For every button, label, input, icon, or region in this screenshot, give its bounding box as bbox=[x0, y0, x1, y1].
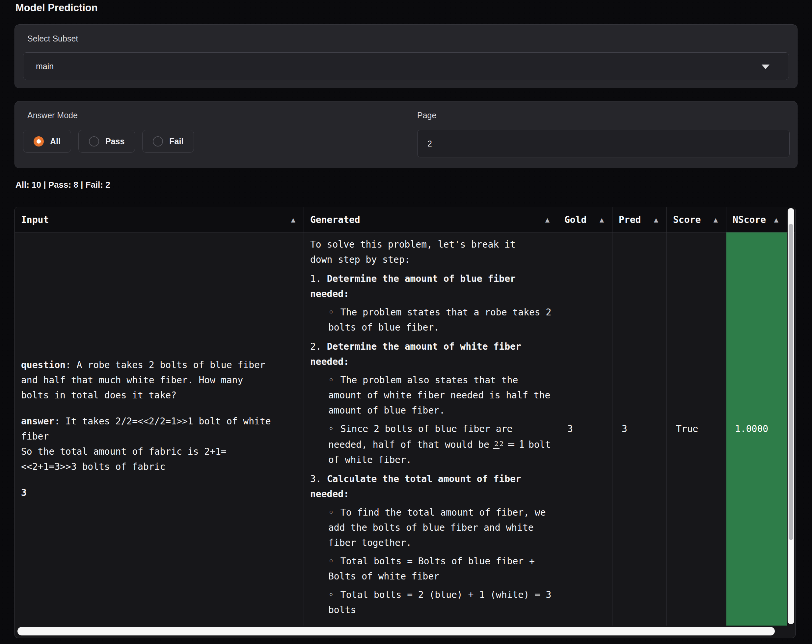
sort-asc-icon[interactable]: ▲ bbox=[714, 216, 718, 224]
step-3-bullets: ◦To find the total amount of fiber, we a… bbox=[310, 505, 551, 618]
column-header-generated[interactable]: Generated▲ bbox=[304, 207, 558, 232]
column-header-input[interactable]: Input▲ bbox=[15, 207, 304, 232]
bullet-item: ◦The problem also states that the amount… bbox=[328, 373, 551, 418]
question-label: question bbox=[21, 360, 66, 371]
stats-summary: All: 10 | Pass: 8 | Fail: 2 bbox=[15, 180, 110, 190]
cell-pred: 3 bbox=[612, 232, 667, 626]
step-number: 2. bbox=[310, 341, 321, 352]
column-header-label: Input bbox=[21, 214, 49, 225]
bullet-marker-icon: ◦ bbox=[328, 307, 334, 318]
column-header-label: Score bbox=[673, 214, 701, 225]
pred-value: 3 bbox=[622, 421, 627, 436]
column-header-nscore[interactable]: NScore▲ bbox=[727, 207, 787, 232]
step-heading: Calculate the total amount of fiber need… bbox=[310, 473, 521, 499]
step-heading: Determine the amount of blue fiber neede… bbox=[310, 273, 516, 299]
column-header-label: Generated bbox=[310, 214, 360, 225]
cell-gold: 3 bbox=[558, 232, 612, 626]
column-header-score[interactable]: Score▲ bbox=[667, 207, 727, 232]
subset-dropdown[interactable]: main bbox=[23, 52, 789, 80]
page-input[interactable]: 2 bbox=[417, 130, 790, 157]
dropdown-arrow-icon[interactable] bbox=[762, 64, 769, 69]
subset-dropdown-value: main bbox=[36, 61, 54, 71]
subset-label: Select Subset bbox=[27, 34, 78, 43]
bullet-item: ◦The problem states that a robe takes 2 … bbox=[328, 305, 551, 335]
bullet-text: The problem states that a robe takes 2 b… bbox=[328, 307, 551, 333]
nscore-value: 1.0000 bbox=[735, 421, 768, 436]
cell-input: question: A robe takes 2 bolts of blue f… bbox=[15, 232, 304, 626]
step-1-bullets: ◦The problem states that a robe takes 2 … bbox=[310, 305, 551, 335]
radio-option-fail-label: Fail bbox=[169, 137, 183, 146]
table-header-row: Input▲ Generated▲ Gold▲ Pred▲ Score▲ NSc… bbox=[15, 207, 795, 232]
step-number: 1. bbox=[310, 273, 321, 284]
bullet-marker-icon: ◦ bbox=[328, 375, 334, 386]
radio-option-all-label: All bbox=[50, 137, 61, 146]
bullet-text: To find the total amount of fiber, we ad… bbox=[328, 507, 546, 548]
sort-asc-icon[interactable]: ▲ bbox=[774, 216, 778, 224]
radio-option-pass[interactable]: Pass bbox=[78, 130, 135, 153]
input-cell-content: question: A robe takes 2 bolts of blue f… bbox=[21, 357, 271, 501]
bullet-text: Total bolts = 2 (blue) + 1 (white) = 3 b… bbox=[328, 589, 551, 615]
cell-generated: To solve this problem, let's break it do… bbox=[304, 232, 558, 626]
generated-step-2: 2.Determine the amount of white fiber ne… bbox=[310, 339, 551, 467]
bullet-item: ◦Total bolts = Bolts of blue fiber + Bol… bbox=[328, 554, 551, 584]
sort-asc-icon[interactable]: ▲ bbox=[291, 216, 295, 224]
fraction-denominator: 2 bbox=[499, 440, 504, 448]
subset-panel: Select Subset main bbox=[14, 24, 798, 88]
answer-body: : It takes 2/2=<<2/2=1>>1 bolt of white … bbox=[21, 416, 271, 472]
column-header-pred[interactable]: Pred▲ bbox=[612, 207, 667, 232]
step-number: 3. bbox=[310, 473, 321, 484]
generated-intro: To solve this problem, let's break it do… bbox=[310, 237, 551, 267]
bullet-marker-icon: ◦ bbox=[328, 589, 334, 600]
radio-option-pass-label: Pass bbox=[105, 137, 124, 146]
sort-asc-icon[interactable]: ▲ bbox=[545, 216, 549, 224]
vertical-scrollbar-thumb[interactable] bbox=[789, 224, 793, 540]
bullet-item: ◦Total bolts = 2 (blue) + 1 (white) = 3 … bbox=[328, 588, 551, 618]
answer-text: answer: It takes 2/2=<<2/2=1>>1 bolt of … bbox=[21, 414, 271, 475]
answer-mode-radio-group: All Pass Fail bbox=[23, 130, 194, 153]
radio-option-all[interactable]: All bbox=[23, 130, 71, 153]
bullet-item: ◦To find the total amount of fiber, we a… bbox=[328, 505, 551, 551]
gold-value: 3 bbox=[567, 421, 573, 436]
radio-selected-icon[interactable] bbox=[34, 136, 44, 147]
bullet-marker-icon: ◦ bbox=[328, 423, 334, 434]
bullet-text: The problem also states that the amount … bbox=[328, 375, 550, 416]
bullet-marker-icon: ◦ bbox=[328, 507, 334, 518]
page-label: Page bbox=[417, 111, 436, 120]
math-fraction: 22 bbox=[493, 441, 504, 448]
bullet-marker-icon: ◦ bbox=[328, 556, 334, 567]
controls-panel: Answer Mode All Pass Fail Page 2 bbox=[14, 101, 798, 168]
radio-option-fail[interactable]: Fail bbox=[142, 130, 194, 153]
generated-step-1: 1.Determine the amount of blue fiber nee… bbox=[310, 271, 551, 335]
page-input-value: 2 bbox=[427, 139, 432, 148]
bullet-text: Total bolts = Bolts of blue fiber + Bolt… bbox=[328, 556, 535, 582]
step-2-bullets: ◦The problem also states that the amount… bbox=[310, 373, 551, 467]
score-value: True bbox=[676, 421, 698, 436]
column-header-label: Gold bbox=[565, 214, 586, 225]
column-header-label: NScore bbox=[733, 214, 766, 225]
cell-nscore: 1.0000 bbox=[727, 232, 787, 626]
sort-asc-icon[interactable]: ▲ bbox=[654, 216, 658, 224]
fraction-numerator: 2 bbox=[493, 440, 499, 449]
radio-unselected-icon[interactable] bbox=[153, 136, 163, 147]
column-header-gold[interactable]: Gold▲ bbox=[558, 207, 612, 232]
page-title: Model Prediction bbox=[15, 2, 98, 14]
question-text: question: A robe takes 2 bolts of blue f… bbox=[21, 357, 271, 403]
answer-label: answer bbox=[21, 416, 54, 427]
radio-unselected-icon[interactable] bbox=[89, 136, 99, 147]
final-answer: 3 bbox=[21, 485, 271, 501]
horizontal-scrollbar-thumb[interactable] bbox=[17, 627, 775, 635]
vertical-scrollbar-track[interactable] bbox=[788, 208, 794, 624]
generated-step-3: 3.Calculate the total amount of fiber ne… bbox=[310, 472, 551, 618]
table-row: question: A robe takes 2 bolts of blue f… bbox=[15, 232, 795, 626]
math-equals: = 1 bbox=[507, 438, 525, 450]
predictions-table: Input▲ Generated▲ Gold▲ Pred▲ Score▲ NSc… bbox=[14, 207, 795, 638]
cell-score: True bbox=[667, 232, 727, 626]
bullet-item-with-fraction: ◦Since 2 bolts of blue fiber are needed,… bbox=[328, 421, 551, 467]
answer-mode-label: Answer Mode bbox=[27, 111, 78, 120]
sort-asc-icon[interactable]: ▲ bbox=[600, 216, 604, 224]
column-header-label: Pred bbox=[619, 214, 641, 225]
bullet-text: Since 2 bolts of blue fiber are needed, … bbox=[328, 423, 512, 450]
step-heading: Determine the amount of white fiber need… bbox=[310, 341, 521, 367]
